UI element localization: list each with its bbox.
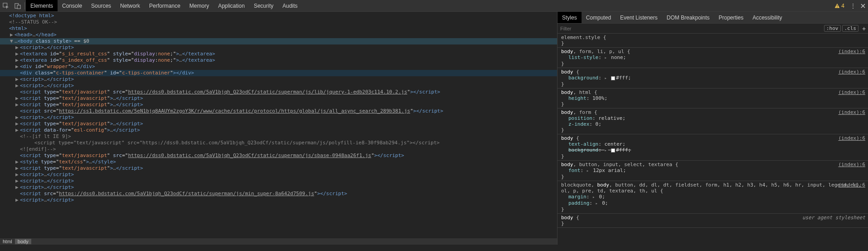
panel-tab-application[interactable]: Application xyxy=(213,0,249,11)
rule-source-link[interactable]: (index):6 xyxy=(838,162,865,167)
css-rule[interactable]: (index):6body {text-align: center;backgr… xyxy=(558,134,868,161)
dom-line[interactable]: <!--[if lt IE 9]> xyxy=(0,133,557,140)
dom-line[interactable]: ▶<script>…</script> xyxy=(0,44,557,51)
breadcrumb-html[interactable]: html xyxy=(0,239,15,244)
styles-pane[interactable]: element.style {}(index):6body, form, li,… xyxy=(558,34,868,245)
side-tab-styles[interactable]: Styles xyxy=(558,12,582,23)
css-rule[interactable]: (index):6body, button, input, select, te… xyxy=(558,161,868,181)
breadcrumb[interactable]: htmlbody xyxy=(0,238,557,245)
dom-line[interactable]: <!--STATUS OK--> xyxy=(0,19,557,25)
svg-rect-2 xyxy=(17,5,20,9)
side-tab-accessibility[interactable]: Accessibility xyxy=(748,12,786,23)
panel-tab-sources[interactable]: Sources xyxy=(87,0,116,11)
dom-line[interactable]: <script src="https://ss1.bdstatic.com/5e… xyxy=(0,108,557,114)
dom-line[interactable]: ▶<script>…</script> xyxy=(0,197,557,203)
dom-line[interactable]: ▶<script type="text/javascript">…</scrip… xyxy=(0,121,557,127)
dom-line[interactable]: ▶<head>…</head> xyxy=(0,32,557,38)
dom-line[interactable]: ▶<style type="text/css">…</style> xyxy=(0,159,557,165)
more-options-icon[interactable]: ⋮ xyxy=(848,0,858,12)
dom-line[interactable]: <div class="c-tips-container" id="c-tips… xyxy=(0,70,557,76)
svg-rect-3 xyxy=(837,5,838,6)
hov-toggle[interactable]: :hov xyxy=(824,25,841,32)
dom-line[interactable]: ▶<script>…</script> xyxy=(0,76,557,83)
panel-tab-network[interactable]: Network xyxy=(116,0,145,11)
styles-filter-row: :hov .cls + xyxy=(558,24,868,34)
dom-line[interactable]: ▶<textarea id="s_index_off_css" style="d… xyxy=(0,57,557,64)
rule-source-link[interactable]: (index):6 xyxy=(838,135,865,141)
dom-line[interactable]: ▶<div id="wrapper">…</div> xyxy=(0,64,557,70)
panel-tab-security[interactable]: Security xyxy=(249,0,278,11)
side-tab-event-listeners[interactable]: Event Listeners xyxy=(616,12,662,23)
rule-source-link[interactable]: (index):6 xyxy=(838,49,865,54)
svg-rect-4 xyxy=(837,7,838,7)
styles-panel-tabs: StylesComputedEvent ListenersDOM Breakpo… xyxy=(558,12,868,24)
dom-tree[interactable]: <!doctype html><!--STATUS OK--><html>▶<h… xyxy=(0,12,557,238)
devtools-toolbar: ElementsConsoleSourcesNetworkPerformance… xyxy=(0,0,868,12)
panel-tab-audits[interactable]: Audits xyxy=(278,0,302,11)
device-toolbar-icon[interactable] xyxy=(12,0,24,12)
dom-line[interactable]: ▶<textarea id="s_is_result_css" style="d… xyxy=(0,51,557,57)
dom-line[interactable]: ▶<script type="text/javascript">…</scrip… xyxy=(0,165,557,172)
side-tab-dom-breakpoints[interactable]: DOM Breakpoints xyxy=(662,12,714,23)
css-rule[interactable]: (index):6body, form {position: relative;… xyxy=(558,108,868,134)
panel-tab-performance[interactable]: Performance xyxy=(145,0,185,11)
css-rule[interactable]: (index):6body {background: ▸ #fff;} xyxy=(558,68,868,89)
new-style-rule-icon[interactable]: + xyxy=(860,25,868,32)
side-tab-properties[interactable]: Properties xyxy=(714,12,748,23)
rule-source-link[interactable]: (index):6 xyxy=(838,69,865,75)
rule-source-link[interactable]: (index):6 xyxy=(838,182,865,188)
close-devtools-icon[interactable] xyxy=(858,0,868,12)
css-rule[interactable]: (index):6body, html {height: 100%;} xyxy=(558,89,868,108)
warnings-badge[interactable]: 4 xyxy=(831,3,848,9)
css-rule[interactable]: element.style {} xyxy=(558,34,868,48)
dom-line[interactable]: ▶<script type="text/javascript">…</scrip… xyxy=(0,102,557,108)
inspect-element-icon[interactable] xyxy=(0,0,12,12)
dom-line[interactable]: <script type="text/javascript" src="http… xyxy=(0,140,557,146)
dom-line[interactable]: ▶<script type="text/javascript">…</scrip… xyxy=(0,95,557,102)
dom-line[interactable]: ▶<script>…</script> xyxy=(0,172,557,178)
dom-line[interactable]: ▶<script>…</script> xyxy=(0,184,557,191)
dom-line[interactable]: ▼…<body class style>== $0 xyxy=(0,38,557,44)
divider xyxy=(24,2,25,10)
css-rule[interactable]: (index):6blockquote, body, button, dd, d… xyxy=(558,181,868,214)
dom-line[interactable]: <script type="text/javascript" src="http… xyxy=(0,153,557,159)
dom-line[interactable]: ▶<script>…</script> xyxy=(0,83,557,89)
warning-count: 4 xyxy=(841,3,844,9)
dom-line[interactable]: <!doctype html> xyxy=(0,13,557,19)
dom-line[interactable]: ▶<script data-for="esl-config">…</script… xyxy=(0,127,557,133)
dom-line[interactable]: <![endif]--> xyxy=(0,146,557,153)
dom-line[interactable]: ▶<script>…</script> xyxy=(0,114,557,121)
panel-tab-console[interactable]: Console xyxy=(58,0,87,11)
dom-line[interactable]: <html> xyxy=(0,25,557,32)
cls-toggle[interactable]: .cls xyxy=(842,25,859,32)
dom-line[interactable]: ▶<script>…</script> xyxy=(0,178,557,184)
rule-source-link[interactable]: (index):6 xyxy=(838,109,865,115)
panel-tab-elements[interactable]: Elements xyxy=(26,0,58,11)
css-rule[interactable]: user agent stylesheetbody {} xyxy=(558,214,868,228)
dom-line[interactable]: <script src="https://dss0.bdstatic.com/5… xyxy=(0,191,557,197)
css-rule[interactable]: (index):6body, form, li, p, ul {list-sty… xyxy=(558,48,868,68)
panel-tab-memory[interactable]: Memory xyxy=(185,0,213,11)
panel-tabs: ElementsConsoleSourcesNetworkPerformance… xyxy=(26,0,302,11)
dom-line[interactable]: <script type="text/javascript" src="http… xyxy=(0,89,557,95)
breadcrumb-body[interactable]: body xyxy=(15,239,31,244)
rule-source-link[interactable]: user agent stylesheet xyxy=(802,215,865,221)
rule-source-link[interactable]: (index):6 xyxy=(838,89,865,95)
styles-filter-input[interactable] xyxy=(558,26,824,31)
side-tab-computed[interactable]: Computed xyxy=(582,12,616,23)
